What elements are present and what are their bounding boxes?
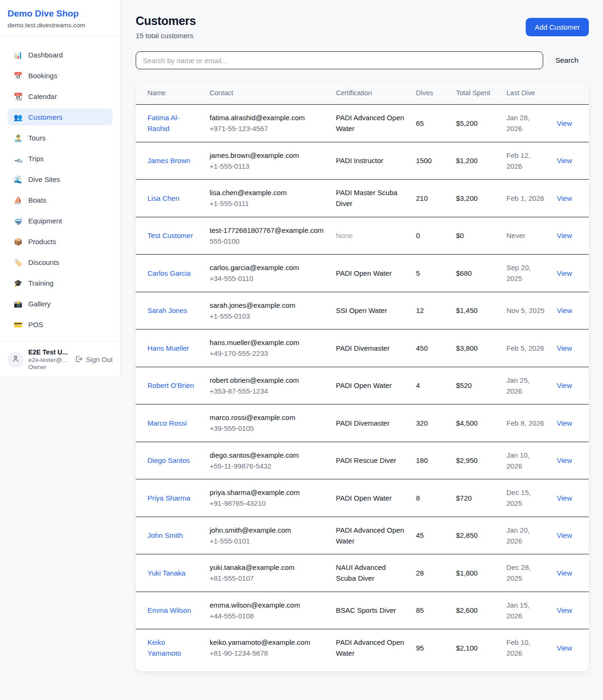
customer-total-spent: $2,950 xyxy=(456,456,478,464)
sidebar-item-discounts[interactable]: 🏷️ Discounts xyxy=(8,254,113,271)
customer-phone: +34-555-0110 xyxy=(210,273,325,284)
column-header-dives: Dives xyxy=(410,82,450,105)
customer-certification: PADI Instructor xyxy=(336,156,383,165)
customers-table-card: NameContactCertificationDivesTotal Spent… xyxy=(136,82,589,671)
table-row: Hans Mueller hans.mueller@example.com +4… xyxy=(136,329,589,367)
customer-total-spent: $2,100 xyxy=(456,644,478,652)
training-icon: 🎓 xyxy=(14,280,22,287)
customer-name-link[interactable]: Priya Sharma xyxy=(147,494,190,502)
customer-name-link[interactable]: Lisa Chen xyxy=(147,194,179,202)
customer-email: robert.obrien@example.com xyxy=(210,375,325,386)
view-link[interactable]: View xyxy=(557,231,572,239)
customer-certification: PADI Advanced Open Water xyxy=(336,114,404,132)
sidebar-item-boats[interactable]: ⛵ Boats xyxy=(8,191,113,208)
customer-name-link[interactable]: James Brown xyxy=(147,156,190,165)
customer-dives: 320 xyxy=(416,419,428,427)
table-row: Yuki Tanaka yuki.tanaka@example.com +81-… xyxy=(136,554,589,592)
customer-name-link[interactable]: Yuki Tanaka xyxy=(147,569,186,577)
sidebar-item-calendar[interactable]: 📆 Calendar xyxy=(8,88,113,105)
customer-certification: NAUI Advanced Scuba Diver xyxy=(336,563,386,582)
customer-count: 15 total customers xyxy=(136,32,196,40)
sidebar-item-customers[interactable]: 👥 Customers xyxy=(8,108,113,125)
sidebar-item-pos[interactable]: 💳 POS xyxy=(8,316,113,333)
view-link[interactable]: View xyxy=(557,194,572,202)
view-link[interactable]: View xyxy=(557,531,572,539)
customer-name-link[interactable]: Test Customer xyxy=(147,231,193,239)
customer-last-dive: Jan 28, 2026 xyxy=(506,114,530,132)
customer-certification: PADI Rescue Diver xyxy=(336,456,396,464)
user-icon xyxy=(11,354,20,365)
table-row: Robert O'Brien robert.obrien@example.com… xyxy=(136,367,589,404)
view-link[interactable]: View xyxy=(557,606,572,614)
sidebar-item-trips[interactable]: 🛥️ Trips xyxy=(8,150,113,167)
sidebar-item-dashboard[interactable]: 📊 Dashboard xyxy=(8,46,113,63)
customer-total-spent: $680 xyxy=(456,269,472,277)
view-link[interactable]: View xyxy=(557,494,572,502)
view-link[interactable]: View xyxy=(557,419,572,427)
customer-email: john.smith@example.com xyxy=(210,525,325,535)
customer-name-link[interactable]: Robert O'Brien xyxy=(147,381,194,389)
sidebar: Demo Dive Shop demo.test.divestreams.com… xyxy=(0,0,121,378)
table-row: Fatima Al-Rashid fatima.alrashid@example… xyxy=(136,105,589,142)
view-link[interactable]: View xyxy=(557,119,572,127)
customer-total-spent: $3,200 xyxy=(456,194,478,202)
view-link[interactable]: View xyxy=(557,644,572,652)
customer-last-dive: Dec 28, 2025 xyxy=(506,563,531,582)
customer-name-link[interactable]: Sarah Jones xyxy=(147,306,187,314)
customer-name-link[interactable]: Hans Mueller xyxy=(147,344,189,352)
customers-icon: 👥 xyxy=(14,114,22,121)
sidebar-item-training[interactable]: 🎓 Training xyxy=(8,274,113,291)
customer-name-link[interactable]: Fatima Al-Rashid xyxy=(147,114,179,132)
customer-dives: 450 xyxy=(416,344,428,352)
sidebar-item-dive-sites[interactable]: 🌊 Dive Sites xyxy=(8,171,113,188)
sidebar-item-bookings[interactable]: 📅 Bookings xyxy=(8,67,113,84)
trips-icon: 🛥️ xyxy=(14,155,22,162)
customer-certification: PADI Open Water xyxy=(336,494,391,502)
customer-last-dive: Jan 20, 2026 xyxy=(506,526,530,545)
customer-dives: 5 xyxy=(416,269,420,277)
sidebar-item-gallery[interactable]: 📸 Gallery xyxy=(8,295,113,312)
customer-phone: +39-555-0105 xyxy=(210,423,325,434)
customer-phone: +55-11-99876-5432 xyxy=(210,461,325,471)
customer-certification: PADI Master Scuba Diver xyxy=(336,189,398,207)
view-link[interactable]: View xyxy=(557,381,572,389)
customer-name-link[interactable]: Emma Wilson xyxy=(147,606,191,614)
customer-certification: PADI Advanced Open Water xyxy=(336,526,404,545)
view-link[interactable]: View xyxy=(557,569,572,577)
customer-dives: 28 xyxy=(416,569,424,577)
user-role: Owner xyxy=(28,363,70,371)
customer-dives: 45 xyxy=(416,531,424,539)
sign-out-icon xyxy=(75,355,83,364)
customer-name-link[interactable]: John Smith xyxy=(147,531,183,539)
sidebar-item-tours[interactable]: 🏝️ Tours xyxy=(8,129,113,146)
customer-name-link[interactable]: Diego Santos xyxy=(147,456,190,464)
search-input[interactable] xyxy=(136,51,543,69)
table-row: Lisa Chen lisa.chen@example.com +1-555-0… xyxy=(136,180,589,217)
customer-certification: PADI Advanced Open Water xyxy=(336,638,404,657)
customer-name-link[interactable]: Keiko Yamamoto xyxy=(147,638,181,657)
column-header-actions xyxy=(551,82,589,105)
view-link[interactable]: View xyxy=(557,456,572,464)
customer-phone: +44-555-0108 xyxy=(210,610,325,621)
table-row: Priya Sharma priya.sharma@example.com +9… xyxy=(136,479,589,517)
view-link[interactable]: View xyxy=(557,269,572,277)
dive-sites-icon: 🌊 xyxy=(14,176,22,183)
sign-out-button[interactable]: Sign Out xyxy=(75,355,113,364)
sidebar-item-products[interactable]: 📦 Products xyxy=(8,233,113,250)
customer-phone: +971-55-123-4567 xyxy=(210,123,325,134)
customer-total-spent: $1,450 xyxy=(456,306,478,314)
view-link[interactable]: View xyxy=(557,344,572,352)
customer-phone: +91-98765-43210 xyxy=(210,498,325,509)
view-link[interactable]: View xyxy=(557,306,572,314)
customer-name-link[interactable]: Carlos Garcia xyxy=(147,269,191,277)
column-header-total-spent: Total Spent xyxy=(450,82,501,105)
user-block: E2E Test U... e2e-tester@... Owner xyxy=(28,348,70,371)
customer-name-link[interactable]: Marco Rossi xyxy=(147,419,187,427)
sidebar-footer: E2E Test U... e2e-tester@... Owner Sign … xyxy=(0,341,120,377)
add-customer-button[interactable]: Add Customer xyxy=(526,18,589,36)
customer-total-spent: $2,600 xyxy=(456,606,478,614)
sidebar-item-equipment[interactable]: 🤿 Equipment xyxy=(8,212,113,229)
view-link[interactable]: View xyxy=(557,156,572,165)
search-button[interactable]: Search xyxy=(543,56,589,65)
customer-email: emma.wilson@example.com xyxy=(210,600,325,610)
